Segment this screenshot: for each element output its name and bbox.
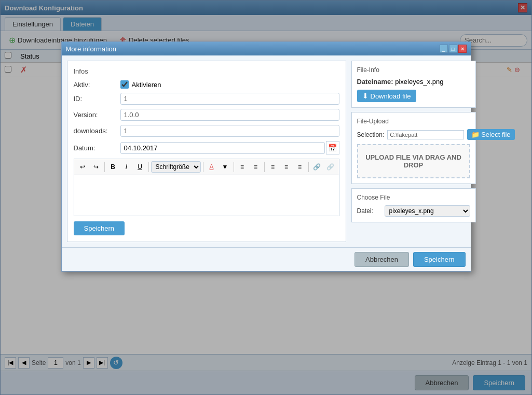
aktiv-row: Aktiv: Aktivieren (74, 80, 339, 89)
download-icon: ⬇ (362, 92, 369, 100)
downloads-label: downloads: (74, 127, 120, 135)
modal-cancel-button[interactable]: Abbrechen (354, 252, 409, 267)
filename-row: Dateiname: pixeleyes_x.png (357, 78, 470, 86)
downloads-input[interactable] (120, 125, 339, 137)
redo-button[interactable]: ↪ (90, 161, 102, 173)
download-file-button[interactable]: ⬇ Download file (357, 90, 416, 102)
selection-label: Selection: (357, 131, 385, 138)
aktiv-label: Aktiv: (74, 81, 120, 89)
left-panel-save-button[interactable]: Speichern (74, 221, 125, 235)
choose-row: Datei: pixeleyes_x.png (357, 205, 470, 217)
file-info-section: File-Info Dateiname: pixeleyes_x.png ⬇ D… (351, 61, 476, 108)
datum-value: 📅 (120, 141, 339, 154)
folder-icon: 📁 (471, 131, 480, 138)
file-upload-section: File-Upload Selection: 📁 Select file UPL… (351, 112, 476, 184)
font-size-select[interactable]: Schriftgröße (151, 161, 201, 173)
separator (104, 162, 105, 172)
id-label: ID: (74, 95, 120, 103)
version-value (120, 109, 339, 121)
rte-toolbar: ↩ ↪ B I U Schriftgröße A ▼ ≡ ≡ (74, 159, 339, 175)
version-row: Version: (74, 109, 339, 121)
modal-controls: _ □ ✕ (440, 45, 467, 53)
datum-input[interactable] (120, 142, 325, 154)
number-list-button[interactable]: ≡ (250, 161, 262, 173)
italic-button[interactable]: I (120, 161, 133, 173)
align-right-button[interactable]: ≡ (294, 161, 306, 173)
left-panel: Infos Aktiv: Aktivieren ID: (67, 61, 346, 242)
selection-row: Selection: 📁 Select file (357, 129, 470, 140)
file-info-title: File-Info (357, 66, 470, 74)
id-value (120, 93, 339, 105)
modal-maximize-button[interactable]: □ (449, 45, 457, 53)
modal-title-bar: More information _ □ ✕ (62, 42, 471, 55)
id-input[interactable] (120, 93, 339, 105)
align-center-button[interactable]: ≡ (280, 161, 293, 173)
font-color-button[interactable]: A (206, 161, 218, 173)
separator3 (203, 162, 203, 172)
choose-file-section: Choose File Datei: pixeleyes_x.png (351, 188, 476, 222)
underline-button[interactable]: U (134, 161, 146, 173)
rte-editor[interactable] (74, 175, 339, 216)
version-label: Version: (74, 111, 120, 119)
font-color-dropdown[interactable]: ▼ (219, 161, 231, 173)
file-dropdown[interactable]: pixeleyes_x.png (385, 205, 470, 217)
modal-title: More information (66, 45, 117, 53)
modal-body: Infos Aktiv: Aktivieren ID: (62, 55, 471, 247)
right-panel: File-Info Dateiname: pixeleyes_x.png ⬇ D… (351, 61, 476, 242)
download-button-label: Download file (371, 92, 411, 100)
file-upload-title: File-Upload (357, 118, 470, 125)
separator6 (308, 162, 309, 172)
select-file-label: Select file (481, 131, 510, 138)
downloads-value (120, 125, 339, 137)
select-file-button[interactable]: 📁 Select file (467, 129, 514, 140)
choose-file-title: Choose File (357, 194, 470, 201)
id-row: ID: (74, 93, 339, 105)
separator2 (148, 162, 149, 172)
calendar-icon[interactable]: 📅 (326, 141, 339, 154)
undo-button[interactable]: ↩ (76, 161, 89, 173)
aktiv-checkbox[interactable] (120, 80, 129, 89)
downloads-row: downloads: (74, 125, 339, 137)
bold-button[interactable]: B (107, 161, 119, 173)
aktiv-value: Aktivieren (120, 80, 339, 89)
unlink-button[interactable]: 🔗 (324, 161, 337, 173)
datum-row: Datum: 📅 (74, 141, 339, 154)
version-input[interactable] (120, 109, 339, 121)
filename-label: Dateiname: (357, 78, 395, 86)
upload-drop-text: UPLOAD FILE VIA DRAG AND DROP (365, 153, 461, 169)
modal-save-button[interactable]: Speichern (413, 252, 466, 267)
aktivieren-label: Aktivieren (132, 81, 161, 89)
link-button[interactable]: 🔗 (311, 161, 323, 173)
datum-label: Datum: (74, 144, 120, 152)
modal-dialog: More information _ □ ✕ Infos Aktiv: Akti… (61, 41, 471, 272)
filename-value: pixeleyes_x.png (395, 78, 443, 86)
align-left-button[interactable]: ≡ (267, 161, 279, 173)
modal-overlay: More information _ □ ✕ Infos Aktiv: Akti… (0, 0, 532, 395)
upload-drop-area[interactable]: UPLOAD FILE VIA DRAG AND DROP (357, 144, 470, 178)
bullet-list-button[interactable]: ≡ (236, 161, 249, 173)
fakepath-input[interactable] (387, 130, 464, 139)
separator4 (234, 162, 234, 172)
separator5 (264, 162, 265, 172)
datei-label: Datei: (357, 207, 380, 215)
modal-close-button[interactable]: ✕ (458, 45, 467, 53)
infos-section-title: Infos (74, 67, 339, 75)
modal-footer: Abbrechen Speichern (62, 247, 471, 271)
modal-minimize-button[interactable]: _ (440, 45, 448, 53)
